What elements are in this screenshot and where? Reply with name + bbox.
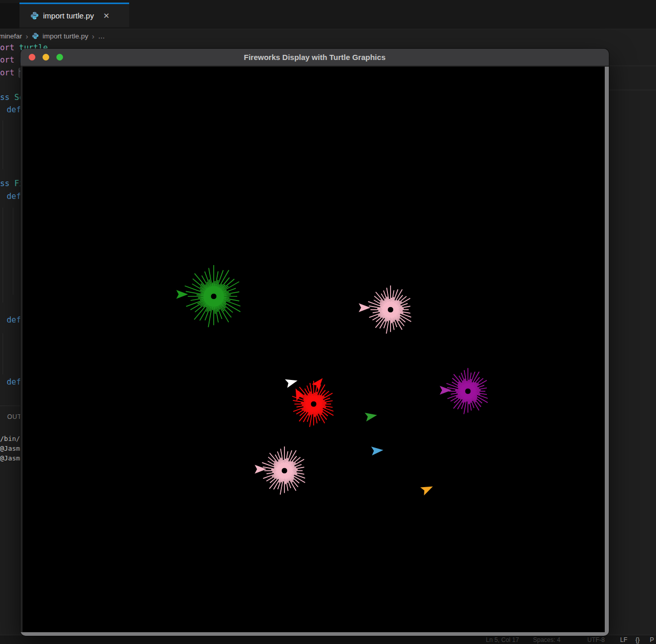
tab-bar-left-spacer bbox=[0, 3, 19, 29]
tab-close-icon[interactable]: ✕ bbox=[103, 11, 110, 21]
code-token: ort bbox=[0, 55, 19, 65]
turtle-cursor-icon bbox=[285, 376, 299, 388]
turtle-cursor-icon bbox=[420, 482, 435, 495]
editor-guide-line bbox=[609, 66, 656, 66]
code-token: ss bbox=[0, 179, 14, 188]
chevron-right-icon: › bbox=[92, 32, 94, 41]
turtle-window-body bbox=[20, 66, 609, 636]
code-token: def bbox=[7, 377, 21, 387]
status-indentation[interactable]: Spaces: 4 bbox=[533, 636, 560, 643]
code-line: def bbox=[0, 378, 21, 387]
indent-guide bbox=[13, 208, 13, 295]
turtle-cursor-icon bbox=[371, 446, 383, 455]
editor-guide-line bbox=[609, 90, 656, 90]
window-bottom-edge bbox=[20, 632, 609, 636]
code-line: def bbox=[0, 316, 21, 325]
indent-guide bbox=[3, 208, 3, 303]
python-file-icon bbox=[30, 11, 39, 20]
tab-import-turtle[interactable]: import turtle.py ✕ bbox=[19, 3, 129, 27]
code-token: def bbox=[7, 105, 21, 114]
window-title: Fireworks Display with Turtle Graphics bbox=[20, 49, 609, 66]
status-language-mode[interactable]: P bbox=[650, 636, 654, 643]
terminal-line: /bin/ bbox=[0, 435, 20, 442]
tab-label: import turtle.py bbox=[43, 11, 94, 20]
terminal-line: @Jasm bbox=[0, 454, 20, 462]
breadcrumb-file[interactable]: import turtle.py bbox=[43, 32, 88, 40]
chevron-right-icon: › bbox=[26, 32, 28, 41]
python-file-icon bbox=[32, 32, 39, 39]
turtle-canvas bbox=[23, 67, 605, 632]
code-line: def bbox=[0, 192, 21, 201]
status-bar: Ln 5, Col 17Spaces: 4UTF-8LF{}P bbox=[0, 635, 656, 644]
firework bbox=[185, 265, 241, 327]
firework bbox=[446, 368, 488, 414]
code-token: ort bbox=[0, 68, 19, 77]
code-line: def bbox=[0, 106, 21, 114]
code-token: def bbox=[7, 315, 21, 325]
turtle-cursor-icon bbox=[440, 386, 452, 394]
turtle-cursor-icon bbox=[365, 411, 378, 421]
status-braces-icon[interactable]: {} bbox=[636, 636, 640, 643]
turtle-cursor-icon bbox=[255, 465, 266, 473]
turtle-cursor-icon bbox=[359, 303, 371, 312]
turtle-cursor-icon bbox=[292, 387, 304, 401]
breadcrumb: minefar › import turtle.py › … bbox=[0, 29, 105, 43]
indent-guide bbox=[3, 333, 3, 374]
breadcrumb-more[interactable]: … bbox=[98, 32, 105, 40]
window-title-bar[interactable]: Fireworks Display with Turtle Graphics bbox=[20, 49, 609, 66]
firework bbox=[262, 447, 305, 495]
status-cursor-position[interactable]: Ln 5, Col 17 bbox=[486, 636, 519, 643]
status-eol[interactable]: LF bbox=[620, 636, 627, 643]
status-encoding[interactable]: UTF-8 bbox=[587, 636, 605, 643]
code-token: ss bbox=[0, 93, 14, 102]
code-token: ort bbox=[0, 43, 19, 52]
indent-guide bbox=[3, 120, 3, 169]
code-token: def bbox=[7, 192, 21, 201]
window-right-edge bbox=[605, 67, 609, 632]
terminal-line: @Jasm bbox=[0, 445, 20, 452]
breadcrumb-folder[interactable]: minefar bbox=[0, 32, 22, 40]
panel-divider bbox=[0, 406, 23, 406]
firework bbox=[292, 381, 334, 427]
turtle-graphics-window: Fireworks Display with Turtle Graphics bbox=[20, 49, 609, 636]
firework bbox=[368, 286, 411, 334]
tab-bar: import turtle.py ✕ bbox=[0, 3, 656, 29]
vscode-window: import turtle.py ✕ minefar › import turt… bbox=[0, 0, 656, 644]
